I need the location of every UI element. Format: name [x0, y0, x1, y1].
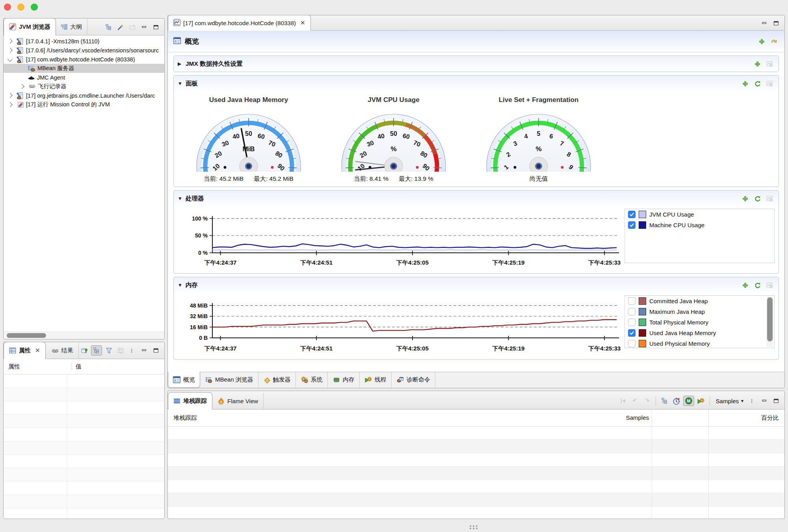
tab-jvm-浏览器[interactable]: JVM 浏览器 [4, 18, 56, 35]
tree-item[interactable]: [17.0.6] /Users/darcy/.vscode/extensions… [4, 46, 164, 55]
legend-checkbox[interactable] [628, 329, 636, 337]
help-button[interactable] [769, 37, 779, 46]
collapse-arrow-icon[interactable]: ▶ [178, 61, 184, 67]
legend-scrollbar[interactable] [766, 297, 773, 347]
add-button[interactable] [740, 280, 750, 290]
table-row[interactable] [4, 428, 164, 441]
table-row[interactable] [168, 426, 784, 440]
table-row[interactable] [4, 455, 164, 468]
add-button[interactable] [752, 59, 762, 69]
section-processor-header[interactable]: ▼ 处理器 [174, 191, 779, 206]
tab-结果[interactable]: 结果 [46, 343, 79, 359]
table-row[interactable] [168, 493, 784, 507]
legend-scrollbar-thumb[interactable] [767, 297, 773, 341]
tab-属性[interactable]: 属性✕ [4, 342, 46, 359]
tab-flame-view[interactable]: Flame View [212, 393, 264, 409]
table-row[interactable] [4, 495, 164, 508]
tree-item[interactable]: MBean 服务器 [4, 64, 164, 73]
column-header-value[interactable]: 值 [72, 363, 82, 371]
tree-layout-button[interactable] [660, 396, 670, 406]
section-memory-header[interactable]: ▼ 内存 [174, 277, 779, 293]
tree-item[interactable]: JMC Agent [4, 73, 164, 82]
stopwatch-button[interactable] [671, 396, 682, 406]
minimize-button[interactable] [139, 22, 149, 32]
tab-大纲[interactable]: 大纲 [56, 19, 87, 35]
legend-checkbox[interactable] [628, 340, 636, 347]
table-row[interactable] [4, 401, 164, 415]
refresh-button[interactable] [752, 194, 762, 203]
tab-内存[interactable]: 内存 [328, 372, 360, 387]
tab-mbean-浏览器[interactable]: MBean 浏览器 [200, 372, 258, 387]
table-row[interactable] [4, 415, 164, 428]
table-row[interactable] [168, 467, 784, 480]
refresh-button[interactable] [752, 280, 762, 290]
tree-item[interactable]: [17] org.jetbrains.jps.cmdline.Launcher … [4, 91, 164, 100]
editor-tab-hotcode[interactable]: [17] com.wdbyte.hotcode.HotCode (80338) … [168, 15, 311, 31]
collapse-arrow-icon[interactable]: ▼ [178, 282, 184, 288]
column-divider[interactable] [652, 410, 652, 426]
table-row[interactable] [4, 388, 164, 401]
column-header-attribute[interactable]: 属性 [4, 363, 72, 371]
expander-expanded-icon[interactable] [7, 57, 13, 62]
add-button[interactable] [756, 37, 767, 46]
thread-button[interactable] [696, 396, 706, 406]
table-row[interactable] [168, 440, 784, 453]
tab-线程[interactable]: 线程 [360, 372, 392, 387]
section-jmx-header[interactable]: ▶ JMX 数据持久性设置 [174, 56, 779, 72]
table-row[interactable] [4, 374, 164, 388]
close-icon[interactable]: ✕ [35, 347, 40, 354]
minimize-button[interactable] [759, 19, 769, 28]
tree-item[interactable]: [17] 运行 Mission Control 的 JVM [4, 100, 164, 109]
tree-item[interactable]: [17.0.4.1] -Xms128m (51110) [4, 37, 164, 46]
table-row[interactable] [168, 507, 784, 519]
legend-checkbox[interactable] [628, 297, 636, 305]
tab-触发器[interactable]: !触发器 [258, 372, 296, 387]
sash-drag-handle[interactable] [470, 525, 478, 529]
table-row[interactable] [168, 480, 784, 493]
kebab-button[interactable] [747, 396, 758, 406]
table-row[interactable] [4, 441, 164, 455]
close-icon[interactable]: ✕ [300, 19, 305, 26]
column-header-stacktrace[interactable]: 堆栈跟踪 [168, 414, 197, 422]
minimize-button[interactable] [139, 346, 149, 355]
legend-checkbox[interactable] [628, 308, 636, 315]
window-minimize-button[interactable] [17, 4, 24, 11]
tab-诊断命令[interactable]: 诊断命令 [392, 372, 435, 387]
table-row[interactable] [4, 482, 164, 495]
tree-item[interactable]: [17] com.wdbyte.hotcode.HotCode (80338) [4, 55, 164, 64]
horizontal-scrollbar[interactable] [4, 332, 164, 339]
window-zoom-button[interactable] [31, 4, 38, 11]
legend-checkbox[interactable] [628, 319, 636, 326]
refresh-button[interactable] [752, 79, 762, 88]
table-row[interactable] [168, 453, 784, 467]
expander-collapsed-icon[interactable] [19, 84, 24, 89]
expander-collapsed-icon[interactable] [7, 102, 13, 107]
add-button[interactable] [740, 194, 750, 203]
tree-layout-button[interactable] [91, 345, 102, 356]
samples-dropdown[interactable]: Samples▾ [714, 398, 746, 404]
tab-系统[interactable]: 系统 [296, 372, 328, 387]
window-close-button[interactable] [4, 4, 11, 11]
expander-collapsed-icon[interactable] [7, 39, 13, 44]
maximize-button[interactable] [771, 396, 781, 406]
maximize-button[interactable] [771, 19, 781, 28]
tab-堆栈跟踪[interactable]: 堆栈跟踪 [168, 392, 212, 410]
column-divider[interactable] [708, 410, 709, 426]
kebab-button[interactable] [127, 346, 138, 355]
legend-checkbox[interactable] [628, 211, 636, 218]
m-circle-button[interactable]: M [683, 396, 694, 406]
column-header-percent[interactable]: 百分比 [761, 414, 779, 422]
tree-item[interactable]: 飞行记录器 [4, 82, 164, 91]
table-row[interactable] [4, 468, 164, 482]
expander-collapsed-icon[interactable] [7, 48, 13, 53]
wand-button[interactable] [115, 22, 126, 32]
column-header-samples[interactable]: Samples [595, 410, 649, 426]
tab-概览[interactable]: 概览 [168, 372, 200, 388]
pin-button[interactable] [79, 346, 89, 355]
tree-layout-button[interactable] [104, 22, 114, 32]
filter-button[interactable] [104, 346, 114, 355]
maximize-button[interactable] [151, 346, 161, 355]
minimize-button[interactable] [759, 396, 769, 406]
collapse-arrow-icon[interactable]: ▼ [178, 81, 184, 86]
collapse-arrow-icon[interactable]: ▼ [178, 196, 184, 201]
